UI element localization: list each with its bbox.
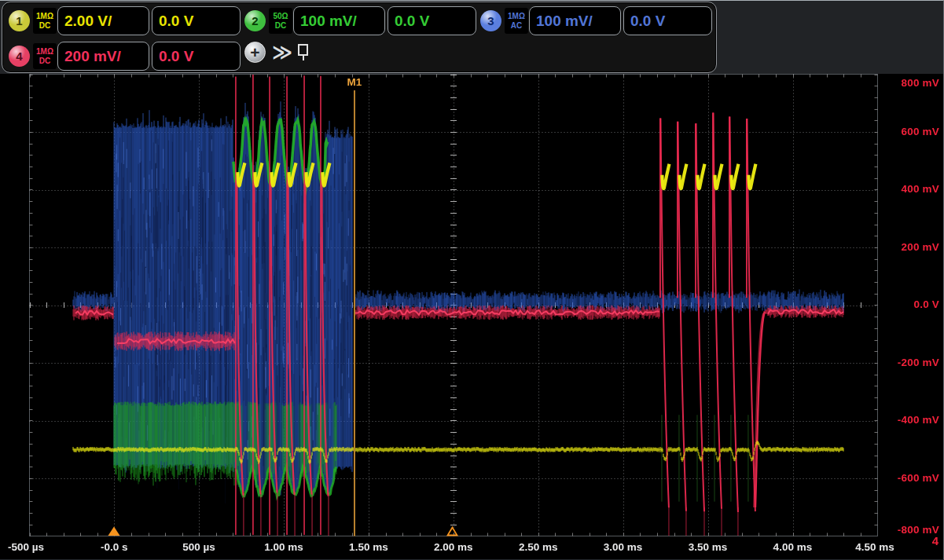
channel-1-coupling-button[interactable]: 1MΩDC	[33, 8, 57, 34]
channel-2-offset-button[interactable]: 0.0 V	[388, 6, 476, 35]
time-axis-label: 1.00 ms	[264, 540, 303, 555]
channel-3-coupling-button[interactable]: 1MΩAC	[505, 8, 528, 34]
coupling-mode-label: DC	[33, 57, 57, 66]
voltage-axis-label: 0.0 V	[865, 298, 939, 312]
oscilloscope-screen: M1 4 + ≫ 11MΩDC2.00 V/0.0 V250ΩDC100 mV/…	[0, 0, 944, 560]
channel-1-offset-button[interactable]: 0.0 V	[152, 6, 241, 35]
channel-3-offset-button[interactable]: 0.0 V	[623, 6, 712, 35]
channel-3-badge[interactable]: 3	[480, 10, 501, 31]
time-axis-label: -500 µs	[8, 540, 44, 555]
voltage-axis-label: 200 mV	[865, 240, 939, 254]
voltage-axis-label: -600 mV	[865, 471, 939, 485]
coupling-mode-label: AC	[505, 21, 528, 31]
channel-toolbar: + ≫ 11MΩDC2.00 V/0.0 V250ΩDC100 mV/0.0 V…	[0, 1, 944, 74]
coupling-mode-label: DC	[33, 21, 57, 31]
channel-settings-panel: + ≫ 11MΩDC2.00 V/0.0 V250ΩDC100 mV/0.0 V…	[2, 2, 717, 73]
time-axis-label: 4.50 ms	[855, 540, 894, 555]
voltage-axis-label: 600 mV	[865, 125, 939, 139]
waveform-display[interactable]	[0, 1, 944, 560]
coupling-impedance-label: 1MΩ	[33, 12, 57, 21]
time-axis-label: 1.50 ms	[349, 540, 388, 555]
channel-1-scale-button[interactable]: 2.00 V/	[57, 6, 149, 35]
time-axis-label: 3.50 ms	[689, 540, 728, 555]
coupling-impedance-label: 50Ω	[269, 12, 292, 21]
coupling-mode-label: DC	[269, 21, 292, 31]
m1-marker-label[interactable]: M1	[347, 76, 362, 89]
voltage-axis-label: -200 mV	[865, 356, 939, 370]
expand-toolbar-icon[interactable]: ≫	[272, 40, 292, 65]
time-axis-label: 500 µs	[182, 540, 215, 555]
voltage-axis-label: 800 mV	[865, 76, 939, 90]
voltage-axis-label: -800 mV	[865, 523, 939, 537]
add-channel-button[interactable]: +	[244, 42, 266, 63]
time-axis-label: 4.00 ms	[773, 540, 813, 555]
voltage-axis-label: 400 mV	[865, 182, 939, 196]
channel-4-offset-button[interactable]: 0.0 V	[152, 42, 241, 71]
channel-4-badge[interactable]: 4	[9, 46, 30, 67]
channel-4-coupling-button[interactable]: 1MΩDC	[33, 43, 57, 69]
channel-2-badge[interactable]: 2	[244, 10, 266, 31]
time-axis-label: 2.00 ms	[434, 540, 473, 555]
voltage-axis-label: -400 mV	[865, 413, 939, 427]
time-axis-label: -0.0 s	[101, 540, 128, 555]
channel-3-scale-button[interactable]: 100 mV/	[529, 6, 621, 35]
pin-icon[interactable]	[298, 44, 308, 56]
channel-1-badge[interactable]: 1	[9, 10, 30, 31]
time-axis-label: 2.50 ms	[519, 540, 558, 555]
coupling-impedance-label: 1MΩ	[505, 12, 528, 21]
coupling-impedance-label: 1MΩ	[33, 47, 57, 57]
channel-4-scale-button[interactable]: 200 mV/	[57, 42, 149, 71]
channel-2-scale-button[interactable]: 100 mV/	[293, 6, 385, 35]
time-axis-label: 3.00 ms	[604, 540, 643, 555]
channel-2-coupling-button[interactable]: 50ΩDC	[269, 8, 292, 34]
